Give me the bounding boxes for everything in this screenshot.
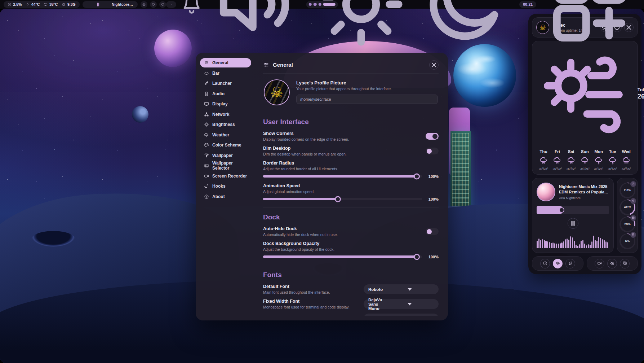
visualizer-bar bbox=[605, 241, 607, 248]
quick-action-eyeoff-button[interactable] bbox=[607, 259, 617, 268]
forecast-wed: Wed33°/25° bbox=[619, 149, 633, 171]
chip-icon bbox=[630, 215, 636, 221]
visualizer-bar bbox=[602, 239, 603, 248]
section-title-fonts: Fonts bbox=[263, 271, 439, 279]
media-player-card: Nightcore Music Mix 2025 EDM Remixes of … bbox=[532, 178, 614, 253]
app-grid-icon[interactable] bbox=[540, 0, 640, 54]
animation-speed-slider[interactable] bbox=[263, 198, 422, 200]
weather-card: Tokyo 26°C (GMT+9) Thu30°/23°Fri26°/22°S… bbox=[532, 41, 638, 175]
chevron-down-icon bbox=[371, 314, 434, 316]
volume-icon[interactable] bbox=[207, 0, 307, 54]
video-icon bbox=[204, 174, 209, 179]
network-icon bbox=[204, 112, 209, 117]
settings-scroll-area[interactable]: ☠ Lysec's Profile Picture Your profile p… bbox=[263, 74, 439, 316]
rain-icon bbox=[553, 156, 561, 165]
tray-heart-button[interactable] bbox=[159, 1, 166, 8]
autohide-dock-toggle[interactable] bbox=[426, 228, 439, 235]
visualizer-bar bbox=[565, 239, 566, 248]
quick-action-screenshare-button[interactable] bbox=[620, 259, 630, 268]
workspace-dot-active[interactable] bbox=[323, 3, 336, 6]
sidebar-item-screen-recorder[interactable]: Screen Recorder bbox=[200, 171, 251, 181]
forecast-tue: Tue30°/25° bbox=[605, 149, 619, 171]
power-profile-scales-button[interactable] bbox=[553, 259, 563, 268]
flame-icon bbox=[630, 198, 636, 204]
sidebar-item-wallpaper-selector[interactable]: Wallpaper Selector bbox=[200, 161, 251, 170]
track-progress-slider[interactable] bbox=[537, 206, 609, 214]
sidebar-item-audio[interactable]: Audio bbox=[200, 89, 251, 99]
profile-avatar[interactable]: ☠ bbox=[264, 79, 290, 105]
album-art bbox=[537, 183, 555, 201]
systray-app[interactable] bbox=[166, 1, 176, 8]
sidebar-item-network[interactable]: Network bbox=[200, 110, 251, 119]
close-button[interactable] bbox=[429, 60, 439, 70]
sidebar-item-general[interactable]: General bbox=[200, 58, 251, 67]
power-profile-gauge-button[interactable] bbox=[540, 259, 550, 268]
visualizer-bar bbox=[570, 236, 571, 248]
setting-title: Dock Background Opacity bbox=[263, 241, 439, 246]
default-font-dropdown[interactable]: Roboto bbox=[364, 284, 439, 294]
systray-icon bbox=[170, 1, 172, 8]
notifications-button[interactable]: 23 bbox=[180, 0, 203, 16]
setting-row-clipped-font: Billboard Font bbox=[263, 314, 439, 316]
tray-heart-button[interactable] bbox=[150, 1, 157, 8]
dropdown-value: Roboto bbox=[368, 287, 383, 292]
topbar-tray bbox=[141, 1, 166, 8]
power-profile-leaf-button[interactable] bbox=[565, 259, 575, 268]
gauge-flame: 44°C bbox=[619, 198, 636, 215]
brightness-icon[interactable] bbox=[311, 0, 411, 54]
clipped-font-dropdown[interactable] bbox=[364, 314, 439, 316]
fixed-font-dropdown[interactable]: DejaVu Sans Mono bbox=[364, 299, 439, 309]
night-mode-icon[interactable] bbox=[415, 0, 515, 54]
setting-row-show-corners: Show Corners Display rounded corners on … bbox=[263, 131, 439, 141]
monitor-icon bbox=[204, 101, 209, 106]
visualizer-bar bbox=[604, 240, 605, 248]
pause-button[interactable] bbox=[568, 218, 578, 229]
sidebar-item-weather[interactable]: Weather bbox=[200, 130, 251, 140]
clock[interactable]: 00:21 bbox=[519, 1, 536, 8]
dock-opacity-slider[interactable] bbox=[263, 255, 422, 258]
sidebar-item-label: Wallpaper bbox=[212, 153, 233, 158]
sidebar-item-about[interactable]: About bbox=[200, 192, 251, 201]
setting-desc: Adjust the rounded border of all UI elem… bbox=[263, 167, 439, 171]
quick-action-video-button[interactable] bbox=[595, 259, 604, 268]
speaker-icon bbox=[204, 91, 209, 96]
video-icon bbox=[597, 261, 602, 266]
setting-title: Dim Desktop bbox=[263, 146, 347, 151]
visualizer-bar bbox=[574, 241, 575, 248]
tray-bot-button[interactable] bbox=[141, 1, 147, 8]
roller-icon bbox=[204, 153, 209, 158]
visualizer-bar bbox=[538, 239, 539, 248]
topbar-media-pill[interactable]: Nightcore Music Mix 20... bbox=[83, 1, 138, 8]
setting-desc: Display rounded corners on the edge of t… bbox=[263, 137, 349, 141]
track-artist: Aria Nightcore bbox=[559, 196, 609, 200]
sidebar-item-display[interactable]: Display bbox=[200, 99, 251, 109]
visualizer-bar bbox=[542, 239, 543, 248]
rain-icon bbox=[567, 156, 576, 165]
stat-chip: 9.3G bbox=[62, 2, 75, 6]
sidebar-item-label: About bbox=[212, 194, 225, 199]
sidebar-item-wallpaper[interactable]: Wallpaper bbox=[200, 151, 251, 160]
workspace-dot[interactable] bbox=[314, 3, 317, 6]
section-title-dock: Dock bbox=[263, 213, 439, 221]
storm-icon bbox=[608, 156, 617, 165]
dim-desktop-toggle[interactable] bbox=[426, 148, 439, 154]
setting-row-default-font: Default Font Main font used throughout t… bbox=[263, 284, 439, 294]
setting-title: Auto-Hide Dock bbox=[263, 226, 338, 231]
sidebar-item-bar[interactable]: Bar bbox=[200, 69, 251, 78]
workspace-dot[interactable] bbox=[308, 3, 312, 6]
fog-icon bbox=[622, 156, 631, 165]
close-icon bbox=[430, 61, 438, 69]
partly-cloudy-icon bbox=[537, 45, 633, 142]
small-planet bbox=[132, 106, 148, 123]
sidebar-item-brightness[interactable]: Brightness bbox=[200, 120, 251, 129]
sidebar-item-launcher[interactable]: Launcher bbox=[200, 79, 251, 88]
sidebar-item-color-scheme[interactable]: Color Scheme bbox=[200, 140, 251, 150]
show-corners-toggle[interactable] bbox=[426, 133, 439, 140]
sidebar-item-label: Network bbox=[212, 112, 229, 117]
border-radius-slider[interactable] bbox=[263, 175, 422, 178]
sidebar-item-hooks[interactable]: Hooks bbox=[200, 182, 251, 191]
workspace-dot[interactable] bbox=[318, 3, 321, 6]
profile-path-input[interactable]: /home/lysec/.face bbox=[296, 95, 438, 104]
gauge-chip: 29% bbox=[619, 215, 636, 232]
image-icon bbox=[204, 163, 209, 168]
